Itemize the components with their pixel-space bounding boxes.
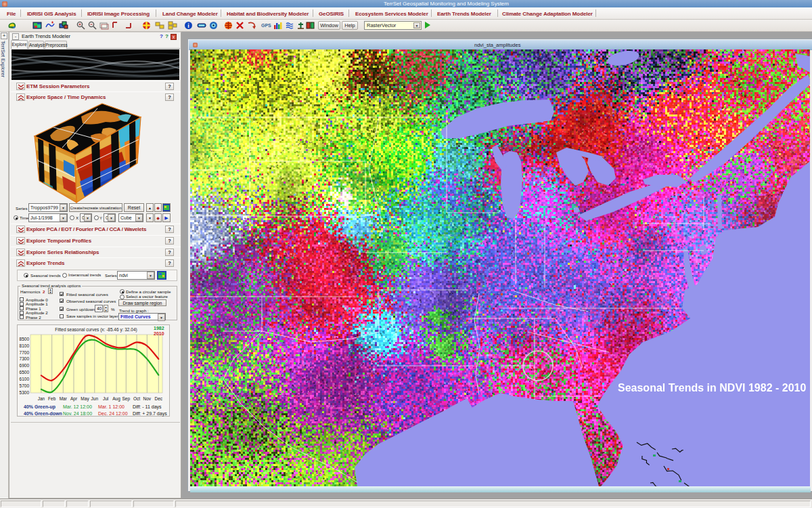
svg-text:Dec: Dec [155,396,163,401]
svg-text:Jul: Jul [103,396,109,401]
svg-text:7300: 7300 [20,356,30,361]
svg-text:8500: 8500 [20,337,30,341]
svg-text:May: May [81,396,89,402]
svg-text:6100: 6100 [20,377,30,381]
svg-text:Apr: Apr [70,396,78,402]
svg-text:5300: 5300 [20,390,30,395]
svg-text:7700: 7700 [20,350,30,355]
svg-text:5700: 5700 [20,383,30,388]
svg-text:i: i [187,22,189,29]
svg-text:Sep: Sep [122,396,131,402]
svg-text:Jan: Jan [38,396,45,401]
svg-text:Mar: Mar [60,396,68,401]
svg-text:2010: 2010 [154,331,164,336]
svg-text:Jun: Jun [91,396,99,401]
svg-text:Fitted seasonal curves (x: -85: Fitted seasonal curves (x: -85.46 y: 32.… [55,327,137,333]
svg-text:GPS: GPS [261,23,271,28]
svg-text:6900: 6900 [20,363,30,368]
svg-text:8100: 8100 [20,343,30,348]
svg-text:6500: 6500 [20,370,30,375]
svg-text:Nov: Nov [143,396,152,401]
svg-text:Aug: Aug [112,396,120,402]
svg-text:Oct: Oct [133,396,140,401]
svg-text:Feb: Feb [48,396,56,401]
svg-text:1982: 1982 [154,326,164,331]
